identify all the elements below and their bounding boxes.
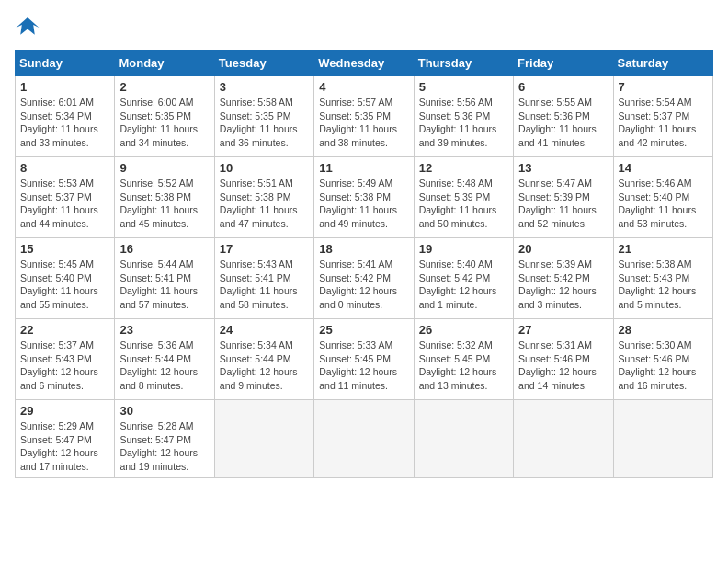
day-info: Sunrise: 5:38 AMSunset: 5:43 PMDaylight:… [619, 258, 708, 312]
header-thursday: Thursday [414, 51, 513, 76]
day-info: Sunrise: 5:33 AMSunset: 5:45 PMDaylight:… [319, 339, 408, 393]
svg-marker-0 [17, 17, 40, 35]
day-info: Sunrise: 5:43 AMSunset: 5:41 PMDaylight:… [220, 258, 309, 312]
day-info: Sunrise: 5:58 AMSunset: 5:35 PMDaylight:… [220, 96, 309, 150]
week-row-5: 29 Sunrise: 5:29 AMSunset: 5:47 PMDaylig… [16, 400, 713, 478]
calendar-cell [613, 400, 712, 478]
calendar-cell [214, 400, 313, 478]
day-info: Sunrise: 5:55 AMSunset: 5:36 PMDaylight:… [518, 96, 608, 150]
day-info: Sunrise: 6:01 AMSunset: 5:34 PMDaylight:… [20, 96, 109, 150]
calendar-cell: 5 Sunrise: 5:56 AMSunset: 5:36 PMDayligh… [414, 76, 513, 157]
day-number: 9 [119, 161, 209, 175]
day-number: 4 [319, 80, 408, 94]
calendar-cell: 16 Sunrise: 5:44 AMSunset: 5:41 PMDaylig… [115, 238, 214, 319]
calendar-cell: 26 Sunrise: 5:32 AMSunset: 5:45 PMDaylig… [414, 319, 513, 400]
day-info: Sunrise: 5:57 AMSunset: 5:35 PMDaylight:… [319, 96, 408, 150]
day-info: Sunrise: 5:29 AMSunset: 5:47 PMDaylight:… [20, 419, 109, 474]
calendar-cell: 11 Sunrise: 5:49 AMSunset: 5:38 PMDaylig… [314, 157, 414, 238]
day-info: Sunrise: 5:44 AMSunset: 5:41 PMDaylight:… [119, 258, 209, 312]
calendar-cell: 30 Sunrise: 5:28 AMSunset: 5:47 PMDaylig… [115, 400, 214, 478]
day-number: 14 [619, 161, 708, 175]
calendar-cell: 7 Sunrise: 5:54 AMSunset: 5:37 PMDayligh… [613, 76, 712, 157]
day-info: Sunrise: 5:28 AMSunset: 5:47 PMDaylight:… [119, 419, 209, 474]
calendar-cell: 17 Sunrise: 5:43 AMSunset: 5:41 PMDaylig… [214, 238, 313, 319]
calendar-cell: 24 Sunrise: 5:34 AMSunset: 5:44 PMDaylig… [214, 319, 313, 400]
day-info: Sunrise: 5:40 AMSunset: 5:42 PMDaylight:… [419, 258, 508, 312]
week-row-3: 15 Sunrise: 5:45 AMSunset: 5:40 PMDaylig… [16, 238, 713, 319]
calendar-cell: 14 Sunrise: 5:46 AMSunset: 5:40 PMDaylig… [613, 157, 712, 238]
day-number: 24 [220, 323, 309, 337]
day-info: Sunrise: 5:45 AMSunset: 5:40 PMDaylight:… [20, 258, 109, 312]
day-number: 18 [319, 242, 408, 256]
header-monday: Monday [115, 51, 214, 76]
day-number: 26 [419, 323, 508, 337]
calendar-cell: 6 Sunrise: 5:55 AMSunset: 5:36 PMDayligh… [514, 76, 613, 157]
day-number: 21 [619, 242, 708, 256]
calendar-cell [514, 400, 613, 478]
calendar-cell: 10 Sunrise: 5:51 AMSunset: 5:38 PMDaylig… [214, 157, 313, 238]
header-sunday: Sunday [16, 51, 115, 76]
day-number: 28 [619, 323, 708, 337]
calendar-cell: 8 Sunrise: 5:53 AMSunset: 5:37 PMDayligh… [16, 157, 115, 238]
calendar-cell: 27 Sunrise: 5:31 AMSunset: 5:46 PMDaylig… [514, 319, 613, 400]
calendar-cell: 28 Sunrise: 5:30 AMSunset: 5:46 PMDaylig… [613, 319, 712, 400]
header-friday: Friday [514, 51, 613, 76]
calendar-cell: 20 Sunrise: 5:39 AMSunset: 5:42 PMDaylig… [514, 238, 613, 319]
day-number: 15 [20, 242, 109, 256]
week-row-4: 22 Sunrise: 5:37 AMSunset: 5:43 PMDaylig… [16, 319, 713, 400]
logo-icon [15, 15, 40, 40]
day-info: Sunrise: 5:31 AMSunset: 5:46 PMDaylight:… [518, 339, 608, 393]
calendar-table: SundayMondayTuesdayWednesdayThursdayFrid… [15, 50, 713, 478]
day-info: Sunrise: 5:52 AMSunset: 5:38 PMDaylight:… [119, 177, 209, 231]
day-info: Sunrise: 5:41 AMSunset: 5:42 PMDaylight:… [319, 258, 408, 312]
day-number: 2 [119, 80, 209, 94]
calendar-cell [314, 400, 414, 478]
day-number: 13 [518, 161, 608, 175]
week-row-1: 1 Sunrise: 6:01 AMSunset: 5:34 PMDayligh… [16, 76, 713, 157]
calendar-cell [414, 400, 513, 478]
day-number: 19 [419, 242, 508, 256]
day-info: Sunrise: 5:32 AMSunset: 5:45 PMDaylight:… [419, 339, 508, 393]
day-info: Sunrise: 5:49 AMSunset: 5:38 PMDaylight:… [319, 177, 408, 231]
day-number: 10 [220, 161, 309, 175]
day-number: 25 [319, 323, 408, 337]
day-info: Sunrise: 5:56 AMSunset: 5:36 PMDaylight:… [419, 96, 508, 150]
calendar-cell: 21 Sunrise: 5:38 AMSunset: 5:43 PMDaylig… [613, 238, 712, 319]
day-info: Sunrise: 5:51 AMSunset: 5:38 PMDaylight:… [220, 177, 309, 231]
day-number: 29 [20, 404, 109, 418]
day-info: Sunrise: 5:30 AMSunset: 5:46 PMDaylight:… [619, 339, 708, 393]
day-info: Sunrise: 6:00 AMSunset: 5:35 PMDaylight:… [119, 96, 209, 150]
day-number: 5 [419, 80, 508, 94]
day-number: 22 [20, 323, 109, 337]
day-info: Sunrise: 5:36 AMSunset: 5:44 PMDaylight:… [119, 339, 209, 393]
day-number: 8 [20, 161, 109, 175]
day-number: 30 [119, 404, 209, 418]
day-number: 17 [220, 242, 309, 256]
calendar-cell: 1 Sunrise: 6:01 AMSunset: 5:34 PMDayligh… [16, 76, 115, 157]
day-info: Sunrise: 5:53 AMSunset: 5:37 PMDaylight:… [20, 177, 109, 231]
calendar-cell: 25 Sunrise: 5:33 AMSunset: 5:45 PMDaylig… [314, 319, 414, 400]
day-number: 23 [119, 323, 209, 337]
day-number: 6 [518, 80, 608, 94]
page-header [15, 15, 713, 40]
day-number: 20 [518, 242, 608, 256]
calendar-cell: 2 Sunrise: 6:00 AMSunset: 5:35 PMDayligh… [115, 76, 214, 157]
day-number: 27 [518, 323, 608, 337]
day-info: Sunrise: 5:46 AMSunset: 5:40 PMDaylight:… [619, 177, 708, 231]
calendar-cell: 22 Sunrise: 5:37 AMSunset: 5:43 PMDaylig… [16, 319, 115, 400]
day-number: 16 [119, 242, 209, 256]
day-number: 11 [319, 161, 408, 175]
calendar-cell: 29 Sunrise: 5:29 AMSunset: 5:47 PMDaylig… [16, 400, 115, 478]
day-info: Sunrise: 5:39 AMSunset: 5:42 PMDaylight:… [518, 258, 608, 312]
calendar-cell: 3 Sunrise: 5:58 AMSunset: 5:35 PMDayligh… [214, 76, 313, 157]
day-info: Sunrise: 5:34 AMSunset: 5:44 PMDaylight:… [220, 339, 309, 393]
week-row-2: 8 Sunrise: 5:53 AMSunset: 5:37 PMDayligh… [16, 157, 713, 238]
calendar-cell: 19 Sunrise: 5:40 AMSunset: 5:42 PMDaylig… [414, 238, 513, 319]
calendar-cell: 18 Sunrise: 5:41 AMSunset: 5:42 PMDaylig… [314, 238, 414, 319]
day-number: 1 [20, 80, 109, 94]
calendar-cell: 4 Sunrise: 5:57 AMSunset: 5:35 PMDayligh… [314, 76, 414, 157]
calendar-cell: 12 Sunrise: 5:48 AMSunset: 5:39 PMDaylig… [414, 157, 513, 238]
calendar-cell: 13 Sunrise: 5:47 AMSunset: 5:39 PMDaylig… [514, 157, 613, 238]
logo [15, 15, 44, 40]
day-number: 12 [419, 161, 508, 175]
